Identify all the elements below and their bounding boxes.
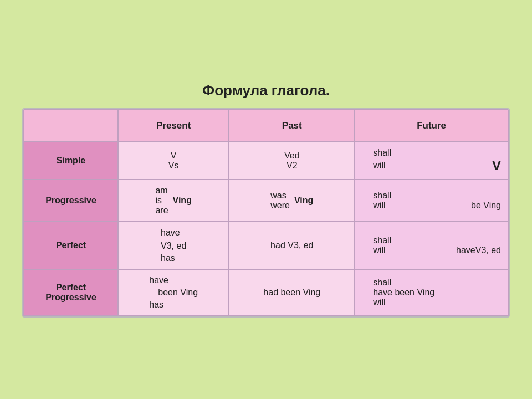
verb-formula-table: Present Past Future Simple V Vs [23,109,509,316]
row-perfect: Perfect have V3, ed has had V3, ed sha [24,222,508,269]
perfect-progressive-past: had been Ving [229,269,355,316]
header-row: Present Past Future [24,110,508,142]
perfect-future: shall will haveV3, ed [355,222,508,269]
progressive-future: shall will be Ving [355,180,508,222]
label-perfect: Perfect [24,222,118,269]
progressive-present: am is are Ving [118,180,229,222]
row-perfect-progressive: Perfect Progressive have been Ving has h… [24,269,508,316]
simple-future: shall will V [355,142,508,180]
progressive-past: was were Ving [229,180,355,222]
header-present: Present [118,110,229,142]
header-empty [24,110,118,142]
page-title: Формула глагола. [22,82,510,99]
label-perfect-progressive: Perfect Progressive [24,269,118,316]
perfect-past: had V3, ed [229,222,355,269]
simple-past-content: Ved V2 [284,151,300,170]
perfect-progressive-present: have been Ving has [118,269,229,316]
simple-present: V Vs [118,142,229,180]
row-progressive: Progressive am is are Ving [24,180,508,222]
table-wrapper: Present Past Future Simple V Vs [22,108,510,318]
simple-present-content: V Vs [168,151,179,170]
page-container: Формула глагола. Present Past Future Sim… [11,71,521,329]
header-future: Future [355,110,508,142]
simple-past: Ved V2 [229,142,355,180]
row-simple: Simple V Vs Ved V2 [24,142,508,180]
header-past: Past [229,110,355,142]
perfect-present: have V3, ed has [118,222,229,269]
perfect-progressive-future: shall have been Ving will [355,269,508,316]
label-simple: Simple [24,142,118,180]
label-progressive: Progressive [24,180,118,222]
